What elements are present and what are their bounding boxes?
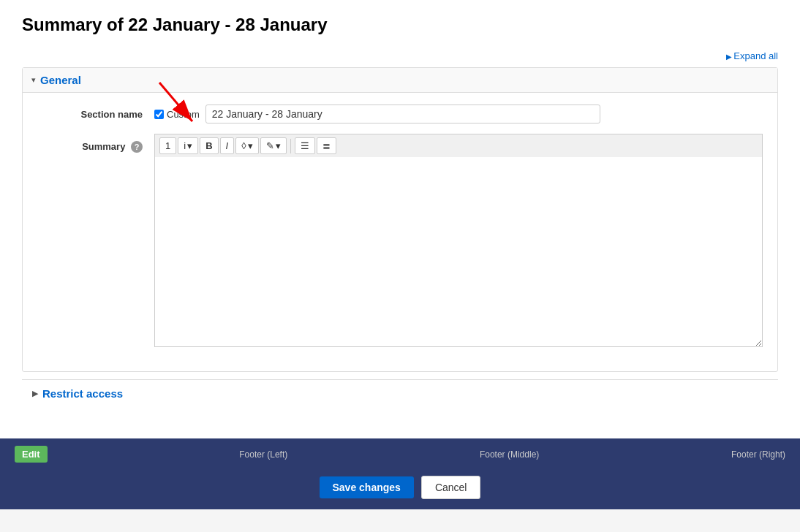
collapse-icon: ▾ — [31, 75, 36, 85]
section-name-input[interactable] — [205, 104, 600, 123]
toolbar-separator-1 — [290, 139, 291, 153]
general-section-title: General — [40, 74, 81, 86]
restrict-access-header[interactable]: ▶ Restrict access — [22, 379, 778, 407]
restrict-access-title: Restrict access — [42, 387, 123, 400]
toolbar-list-ul-btn[interactable]: ☰ — [295, 137, 315, 154]
footer-right: Footer (Right) — [731, 449, 785, 460]
footer-bar: Edit Footer (Left) Footer (Middle) Foote… — [0, 438, 800, 470]
general-section-body: Section name Custom Summary ? — [23, 93, 777, 371]
footer-middle: Footer (Middle) — [480, 449, 539, 460]
restrict-access-collapse-icon: ▶ — [32, 389, 38, 398]
toolbar-list-ol-btn[interactable]: ≣ — [317, 137, 336, 154]
toolbar-info-btn[interactable]: i ▾ — [178, 137, 198, 154]
expand-all-link[interactable]: Expand all — [726, 50, 779, 61]
section-name-row: Section name Custom — [37, 104, 763, 123]
summary-label: Summary ? — [37, 134, 154, 153]
footer-wrapper: Edit Footer (Left) Footer (Middle) Foote… — [0, 438, 800, 509]
section-name-controls: Custom — [154, 104, 763, 123]
expand-all-row: Expand all — [22, 50, 778, 61]
summary-editor-wrap: 1 i ▾ B I ◊ — [154, 134, 763, 349]
custom-checkbox[interactable] — [154, 110, 164, 119]
cancel-button[interactable]: Cancel — [421, 476, 481, 499]
toolbar-bold-btn[interactable]: B — [200, 137, 218, 154]
footer-bottom: Save changes Cancel — [0, 470, 800, 509]
save-changes-button[interactable]: Save changes — [320, 476, 414, 498]
page-title: Summary of 22 January - 28 January — [22, 15, 778, 35]
summary-textarea[interactable] — [154, 157, 763, 347]
general-section-header[interactable]: ▾ General — [23, 68, 777, 93]
editor-toolbar: 1 i ▾ B I ◊ — [154, 134, 763, 157]
toolbar-format-btn[interactable]: 1 — [159, 137, 176, 154]
general-panel: ▾ General Section name Custom — [22, 67, 778, 372]
toolbar-lang-btn[interactable]: ◊ ▾ — [235, 137, 258, 154]
section-name-label: Section name — [37, 104, 154, 120]
summary-row: Summary ? 1 i ▾ B — [37, 134, 763, 349]
toolbar-italic-btn[interactable]: I — [220, 137, 235, 154]
toolbar-pen-btn[interactable]: ✎ ▾ — [260, 137, 287, 154]
footer-left: Footer (Left) — [239, 449, 287, 460]
summary-info-icon[interactable]: ? — [131, 141, 143, 153]
custom-checkbox-label[interactable]: Custom — [154, 109, 200, 120]
main-content: Summary of 22 January - 28 January Expan… — [0, 0, 800, 438]
edit-badge[interactable]: Edit — [15, 446, 48, 463]
